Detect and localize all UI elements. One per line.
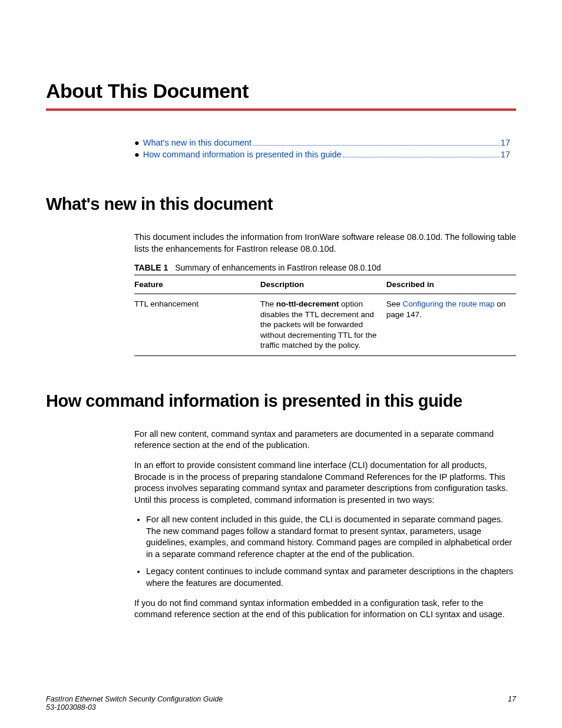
paragraph: If you do not find command syntax inform… <box>134 598 516 621</box>
footer-left: FastIron Ethernet Switch Security Config… <box>46 695 223 711</box>
section-heading-whats-new: What's new in this document <box>46 195 516 214</box>
xref-link[interactable]: Configuring the route map <box>402 299 494 308</box>
toc-leader <box>343 157 500 157</box>
table-label: TABLE 1 <box>134 263 168 272</box>
table-row: TTL enhancement The no-ttl-decrement opt… <box>134 294 516 356</box>
toc-page-number[interactable]: 17 <box>501 150 510 159</box>
cell-feature: TTL enhancement <box>134 294 260 356</box>
toc-leader <box>253 145 500 146</box>
table-header-row: Feature Description Described in <box>134 275 516 294</box>
bullet-list: For all new content included in this gui… <box>134 514 516 589</box>
page-footer: FastIron Ethernet Switch Security Config… <box>46 695 516 711</box>
table-caption: TABLE 1 Summary of enhancements in FastI… <box>134 263 516 272</box>
paragraph: For all new content, command syntax and … <box>134 429 516 452</box>
section-heading-command-info: How command information is presented in … <box>46 391 516 411</box>
bullet-icon: ● <box>134 150 140 159</box>
list-item: Legacy content continues to include comm… <box>146 566 516 589</box>
toc-entry: ● What's new in this document 17 <box>134 138 510 147</box>
list-item: For all new content included in this gui… <box>146 514 516 560</box>
footer-page-number: 17 <box>508 695 516 711</box>
table-of-contents: ● What's new in this document 17 ● How c… <box>134 138 510 159</box>
toc-entry: ● How command information is presented i… <box>134 150 510 159</box>
toc-link[interactable]: What's new in this document <box>143 138 252 147</box>
th-feature: Feature <box>134 275 260 294</box>
footer-doc-title: FastIron Ethernet Switch Security Config… <box>46 695 223 703</box>
table-caption-text: Summary of enhancements in FastIron rele… <box>175 263 381 272</box>
section-body: For all new content, command syntax and … <box>134 429 516 621</box>
paragraph: This document includes the information f… <box>134 232 516 255</box>
th-description: Description <box>260 275 386 294</box>
footer-doc-number: 53-1003088-03 <box>46 703 223 711</box>
document-page: About This Document ● What's new in this… <box>0 0 562 728</box>
chapter-title: About This Document <box>46 80 516 103</box>
bullet-icon: ● <box>134 138 140 147</box>
section-body: This document includes the information f… <box>134 232 516 255</box>
cell-described-in: See Configuring the route map on page 14… <box>386 294 516 356</box>
red-rule <box>46 108 516 111</box>
th-described-in: Described in <box>386 275 516 294</box>
cell-description: The no-ttl-decrement option disables the… <box>260 294 386 356</box>
toc-page-number[interactable]: 17 <box>501 138 510 147</box>
paragraph: In an effort to provide consistent comma… <box>134 460 516 506</box>
toc-link[interactable]: How command information is presented in … <box>143 150 342 159</box>
enhancements-table: Feature Description Described in TTL enh… <box>134 275 516 356</box>
